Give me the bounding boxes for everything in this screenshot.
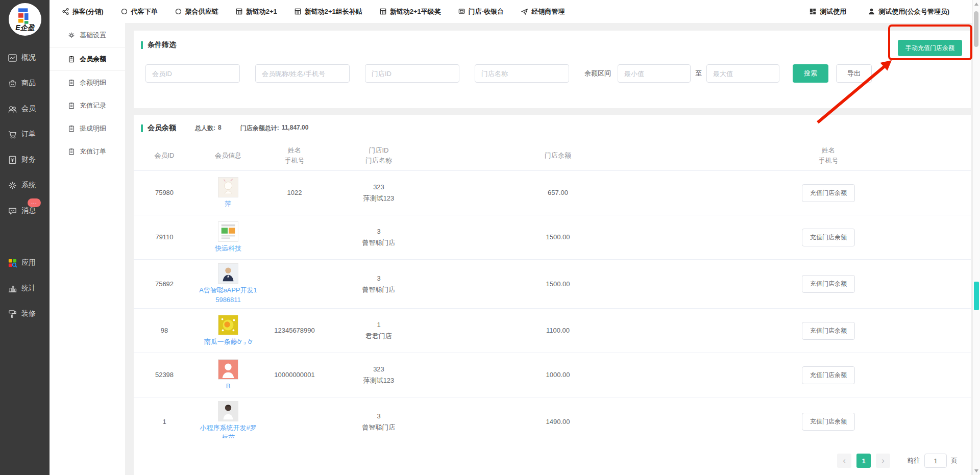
- next-page-button[interactable]: ›: [876, 454, 890, 468]
- member-name-link[interactable]: 萍: [225, 199, 232, 209]
- table-row: 75692 A曾智聪ʚAPP开发15986811 3 曾智聪门店 1500.00…: [134, 259, 971, 308]
- member-avatar[interactable]: [218, 263, 238, 284]
- store-name-value: 曾智聪门店: [328, 284, 430, 295]
- finance-submenu: 基础设置 会员余额 余额明细 充值记录 提成明细 充值订单: [50, 23, 125, 475]
- store-cell: 323 萍测试123: [328, 182, 430, 204]
- topnav-item-liandong-leader-subsidy[interactable]: 新链动2+1组长补贴: [294, 7, 362, 16]
- recharge-store-balance-button[interactable]: 充值门店余额: [802, 413, 855, 431]
- balance-max-input[interactable]: [706, 64, 779, 83]
- member-name-link[interactable]: A曾智聪ʚAPP开发15986811: [198, 285, 259, 305]
- submenu-label: 余额明细: [80, 78, 106, 87]
- sidebar-item-system[interactable]: 系统: [0, 172, 50, 198]
- page-unit-label: 页: [951, 456, 958, 465]
- clipboard-icon: [68, 56, 75, 63]
- member-name-link[interactable]: 小程序系统开发#罗标苗: [198, 423, 259, 438]
- settings-gear-icon: [68, 32, 75, 39]
- sidebar-item-finance[interactable]: 财务: [0, 147, 50, 172]
- export-button[interactable]: 导出: [836, 64, 872, 83]
- topnav-item-liandong-2plus1[interactable]: 新链动2+1: [235, 7, 277, 16]
- clipboard-icon: [68, 102, 75, 109]
- submenu-item-recharge-orders[interactable]: 充值订单: [50, 140, 125, 163]
- page-scrollbar[interactable]: [972, 0, 980, 475]
- search-button[interactable]: 搜索: [793, 64, 828, 83]
- section-accent-bar: [141, 41, 143, 49]
- topnav-item-dealer-management[interactable]: 经销商管理: [521, 7, 565, 16]
- submenu-item-commission-detail[interactable]: 提成明细: [50, 117, 125, 140]
- account-menu[interactable]: 测试使用(公众号管理员): [868, 7, 949, 16]
- recharge-store-balance-button[interactable]: 充值门店余额: [802, 275, 855, 293]
- topnav-item-supply-chain[interactable]: 聚合供应链: [175, 7, 218, 16]
- recharge-store-balance-button[interactable]: 充值门店余额: [802, 184, 855, 202]
- test-use-menu[interactable]: 测试使用: [809, 7, 846, 16]
- member-avatar[interactable]: [218, 315, 238, 335]
- submenu-item-basic-settings[interactable]: 基础设置: [50, 23, 125, 48]
- manual-recharge-store-balance-button[interactable]: 手动充值门店余额: [898, 40, 962, 56]
- table-row: 1 小程序系统开发#罗标苗 3 曾智聪门店 1490.00 充值门店余额: [134, 397, 971, 438]
- topnav-item-liandong-level-award[interactable]: 新链动2+1平级奖: [379, 7, 441, 16]
- account-label: 测试使用(公众号管理员): [878, 7, 949, 16]
- header-action-name-phone: 姓名 手机号: [686, 145, 971, 166]
- store-balance-sum-stat: 门店余额总计: 11,847.00: [240, 124, 309, 133]
- scroll-down-arrow-icon[interactable]: [974, 469, 978, 472]
- recharge-store-balance-button[interactable]: 充值门店余额: [802, 366, 855, 384]
- goto-page-input[interactable]: [924, 454, 947, 468]
- sidebar-item-members[interactable]: 会员: [0, 96, 50, 121]
- topnav-item-proxy-order[interactable]: 代客下单: [120, 7, 158, 16]
- current-page-button[interactable]: 1: [856, 454, 871, 468]
- message-bubble-icon: [8, 206, 17, 216]
- app-logo[interactable]: E企盈: [9, 3, 41, 36]
- member-avatar[interactable]: [218, 359, 238, 380]
- member-avatar[interactable]: [218, 177, 238, 197]
- grid-table-icon: [235, 8, 243, 15]
- topnav-item-tuike-distribution[interactable]: 推客(分销): [62, 7, 104, 16]
- store-balance-sum-value: 11,847.00: [282, 124, 309, 133]
- topnav-label: 推客(分销): [72, 7, 104, 16]
- submenu-item-member-balance[interactable]: 会员余额: [50, 48, 125, 71]
- recharge-store-balance-button[interactable]: 充值门店余额: [802, 322, 855, 340]
- topnav-item-store-cashier[interactable]: 门店-收银台: [458, 7, 504, 16]
- circle-icon: [175, 8, 182, 15]
- logo-text: E企盈: [15, 23, 35, 32]
- prev-page-button[interactable]: ‹: [837, 454, 851, 468]
- recharge-store-balance-button[interactable]: 充值门店余额: [802, 229, 855, 246]
- member-name-link[interactable]: 快远科技: [215, 243, 241, 253]
- sidebar-item-overview[interactable]: 概况: [0, 45, 50, 70]
- store-balance-cell: 1500.00: [430, 232, 686, 242]
- header-phone-line: 手机号: [686, 156, 971, 166]
- member-name-link[interactable]: B: [226, 381, 231, 391]
- submenu-item-recharge-records[interactable]: 充值记录: [50, 94, 125, 117]
- store-id-value: 323: [328, 182, 430, 193]
- scrollbar-thumb[interactable]: [974, 11, 978, 47]
- sidebar-item-apps[interactable]: 应用: [0, 250, 50, 276]
- orders-cart-icon: [8, 130, 17, 139]
- store-id-input[interactable]: [365, 64, 459, 83]
- member-id-input[interactable]: [145, 64, 240, 83]
- sidebar-item-label: 消息: [21, 206, 36, 215]
- sidebar-item-orders[interactable]: 订单: [0, 121, 50, 147]
- topnav-label: 聚合供应链: [185, 7, 218, 16]
- phone-cell: 1022: [261, 188, 328, 198]
- sidebar-item-decorate[interactable]: 装修: [0, 301, 50, 327]
- range-to-label: 至: [695, 69, 702, 78]
- table-row: 75980 萍 1022 323 萍测试123 657.00 充值门店余额: [134, 170, 971, 215]
- sidebar-item-stats[interactable]: 统计: [0, 276, 50, 301]
- goods-bag-icon: [8, 79, 17, 88]
- member-avatar[interactable]: [218, 401, 238, 421]
- top-navigation-bar: 推客(分销) 代客下单 聚合供应链 新链动2+1 新链动2+1组长补贴 新链动2…: [50, 0, 972, 23]
- store-name-value: 曾智聪门店: [328, 422, 430, 433]
- header-name-line: 姓名: [261, 145, 328, 156]
- member-name-link[interactable]: 南瓜一条藤ờ ₃ ờ: [204, 337, 253, 346]
- balance-min-input[interactable]: [618, 64, 691, 83]
- topnav-label: 新链动2+1组长补贴: [305, 7, 362, 16]
- store-name-input[interactable]: [475, 64, 569, 83]
- sidebar-item-messages[interactable]: 消息 ...: [0, 198, 50, 223]
- store-cell: 3 曾智聪门店: [328, 411, 430, 433]
- member-keyword-input[interactable]: [255, 64, 350, 83]
- submenu-item-balance-detail[interactable]: 余额明细: [50, 71, 125, 94]
- scroll-up-arrow-icon[interactable]: [974, 3, 978, 6]
- circle-icon: [120, 8, 128, 15]
- sidebar-item-label: 概况: [21, 53, 36, 62]
- member-avatar[interactable]: [218, 221, 238, 242]
- sidebar-item-goods[interactable]: 商品: [0, 70, 50, 96]
- filter-section-title: 条件筛选: [148, 40, 176, 49]
